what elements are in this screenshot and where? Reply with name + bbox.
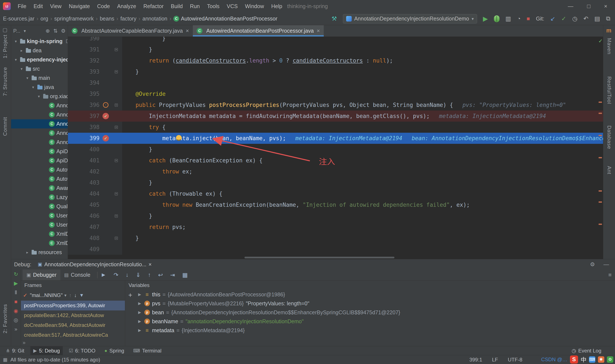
gutter[interactable]: 402	[68, 166, 122, 177]
drop-frame-icon[interactable]: ↩	[158, 272, 163, 278]
mute-breakpoints-icon[interactable]: ◎	[14, 317, 18, 323]
expand-arrow-icon[interactable]: ▶	[137, 328, 142, 333]
gutter[interactable]: 407	[68, 221, 122, 233]
variable-row[interactable]: ▶≡this = {AutowiredAnnotationBeanPostPro…	[135, 290, 615, 299]
menu-view[interactable]: View	[46, 3, 65, 9]
variable-row[interactable]: ▶pbean = {AnnotationDependencyInjectionR…	[135, 308, 615, 317]
stripe-mark[interactable]	[599, 113, 602, 114]
profiler-button[interactable]: ◔	[517, 15, 521, 22]
tree-item-apidepe[interactable]: CApiDepe	[11, 156, 68, 165]
gutter[interactable]: 391	[68, 44, 122, 55]
close-icon[interactable]: ×	[604, 3, 607, 10]
gutter[interactable]: 400	[68, 144, 122, 155]
shelf-icon[interactable]: ▤	[594, 15, 600, 22]
fold-marker-icon[interactable]	[115, 70, 118, 73]
tree-item-lazyann[interactable]: CLazyAnn	[11, 193, 68, 202]
tree-item-test[interactable]: ▸test	[11, 257, 68, 259]
tool-strip-1-project[interactable]: 1: Project	[2, 35, 8, 58]
stripe-mark[interactable]	[599, 135, 602, 136]
chevron-right-icon[interactable]: ▸	[19, 48, 24, 53]
breakpoint-icon[interactable]: ✓	[103, 113, 109, 119]
tree-item-xmldepe[interactable]: CXmlDepe	[11, 229, 68, 239]
fold-marker-icon[interactable]	[115, 237, 118, 240]
tool-window-button-terminal[interactable]: ⌨Terminal	[130, 346, 164, 355]
stop-icon[interactable]: ■	[14, 299, 17, 305]
tool-window-button-5-debug[interactable]: ▶5: Debug	[30, 346, 63, 355]
gutter[interactable]: 396↑	[68, 99, 122, 111]
menu-analyze[interactable]: Analyze	[114, 3, 140, 9]
expand-arrow-icon[interactable]: ▶	[137, 310, 142, 315]
breadcrumb-item[interactable]: annotation	[142, 16, 167, 22]
breadcrumb-item[interactable]: org	[40, 16, 48, 22]
fold-marker-icon[interactable]	[115, 214, 118, 218]
fold-marker-icon[interactable]	[115, 192, 118, 195]
tool-window-button-9-git[interactable]: ⋔9: Git	[3, 346, 27, 355]
override-marker-icon[interactable]: ↑	[103, 102, 108, 108]
caret-position[interactable]: 399:1	[469, 357, 482, 363]
variable-row[interactable]: ▶≡metadata = {InjectionMetadata@2194}	[135, 326, 615, 335]
run-config-select[interactable]: AnnotationDependencyInjectionResolutionD…	[343, 14, 477, 24]
tree-item-usergrou[interactable]: CUserGrou	[11, 211, 68, 220]
git-update-icon[interactable]: ↙	[550, 15, 555, 22]
locate-file-icon[interactable]: ⊕	[45, 28, 50, 34]
stripe-mark[interactable]	[599, 157, 602, 158]
gutter[interactable]: 390	[68, 37, 122, 44]
tree-item-userhol[interactable]: CUserHol	[11, 220, 68, 229]
breadcrumb-item[interactable]: factory	[120, 16, 136, 22]
add-watch-icon[interactable]: +	[128, 291, 132, 299]
fold-marker-icon[interactable]	[115, 126, 118, 129]
step-out-icon[interactable]: ↑	[148, 272, 151, 278]
menu-build[interactable]: Build	[167, 3, 187, 9]
tree-item-src[interactable]: ▾src	[11, 64, 68, 73]
more-icon[interactable]: »	[14, 326, 17, 332]
tool-strip-2-favorites[interactable]: 2: Favorites	[2, 304, 8, 333]
next-frame-icon[interactable]: ↓	[74, 292, 77, 298]
breadcrumb-item[interactable]: E-sources.jar	[3, 16, 34, 22]
layout-settings-icon[interactable]: ≡	[608, 272, 612, 278]
tree-item-java[interactable]: ▾java	[11, 83, 68, 92]
tree-item-autowiri[interactable]: CAutowiri	[11, 165, 68, 174]
fold-marker-icon[interactable]	[115, 159, 118, 162]
tab-close-icon[interactable]: ×	[186, 27, 189, 34]
tree-item-annotati[interactable]: CAnnotati	[11, 119, 68, 129]
file-encoding[interactable]: UTF-8	[508, 357, 522, 363]
editor-tab-abstractautowirecapablebeanfactory-java[interactable]: CAbstractAutowireCapableBeanFactory.java…	[68, 25, 193, 37]
tree-item-king-in-spring[interactable]: ▾king-in-spring D:\wor	[11, 37, 68, 46]
stripe-mark[interactable]	[599, 190, 602, 192]
breadcrumb-class[interactable]: AutowiredAnnotationBeanPostProcessor	[181, 16, 277, 22]
gutter[interactable]: 395	[68, 88, 122, 99]
tool-windows-icon[interactable]: ⧉	[606, 15, 610, 22]
project-view-icon[interactable]: ▢	[2, 27, 7, 33]
tool-strip-7-structure[interactable]: 7: Structure	[2, 67, 8, 96]
gutter[interactable]: 406	[68, 210, 122, 221]
gutter[interactable]: 394	[68, 77, 122, 88]
step-into-icon[interactable]: ↓	[126, 272, 129, 278]
previous-frame-icon[interactable]: ↑	[69, 292, 71, 298]
chevron-down-icon[interactable]: ▾	[13, 57, 18, 62]
gutter[interactable]: 409	[68, 244, 122, 255]
tree-item-autowiri[interactable]: CAutowiri	[11, 174, 68, 183]
chevron-right-icon[interactable]: ▸	[25, 250, 30, 255]
tree-item-main[interactable]: ▾main	[11, 73, 68, 83]
expand-arrow-icon[interactable]: ▶	[137, 301, 142, 306]
event-log-button[interactable]: ◷ Event Log	[572, 348, 612, 354]
tree-item-resources[interactable]: ▸resources	[11, 248, 68, 257]
run-button[interactable]: ▶	[483, 15, 488, 22]
tree-item-org-xiaoge-t[interactable]: ▾org.xiaoge.t	[11, 92, 68, 101]
tree-item-dea[interactable]: ▸dea	[11, 46, 68, 55]
fold-marker-icon[interactable]	[115, 48, 118, 51]
horizontal-scrollbar[interactable]	[244, 257, 394, 258]
gutter[interactable]: 399✓	[68, 133, 122, 144]
fold-marker-icon[interactable]	[115, 104, 118, 107]
expand-arrow-icon[interactable]: ▶	[137, 292, 142, 297]
gutter[interactable]: 405	[68, 199, 122, 210]
debug-session-tab[interactable]: ▣ AnnotationDependencyInjectionResolutio…	[35, 259, 154, 270]
gutter[interactable]: 403	[68, 177, 122, 188]
tool-strip-maven[interactable]: Maven	[606, 38, 612, 54]
tool-window-button-6-todo[interactable]: ☑6: TODO	[66, 346, 98, 355]
tree-item-xmldepe[interactable]: CXmlDepe	[11, 239, 68, 248]
menu-run[interactable]: Run	[187, 3, 203, 9]
menu-code[interactable]: Code	[94, 3, 114, 9]
tree-item-annotati[interactable]: CAnnotati	[11, 138, 68, 147]
menu-edit[interactable]: Edit	[30, 3, 46, 9]
